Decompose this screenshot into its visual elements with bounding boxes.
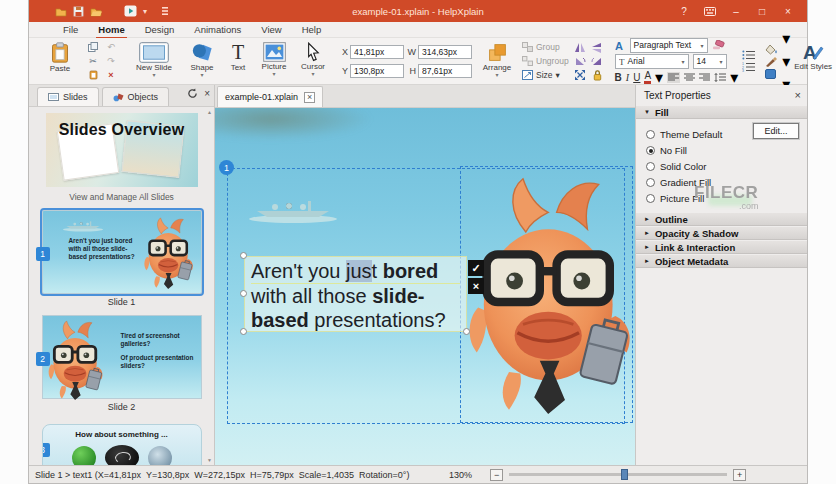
shape-color-swatch[interactable]: [765, 69, 778, 79]
delete-icon[interactable]: ×: [104, 69, 118, 81]
fill-caret-icon[interactable]: ▾: [782, 29, 790, 48]
lock-icon[interactable]: [592, 69, 603, 81]
align-right-button[interactable]: [699, 73, 710, 82]
section-outline[interactable]: ► Outline: [636, 212, 807, 226]
new-file-icon[interactable]: [55, 6, 67, 17]
play-dropdown-caret-icon[interactable]: ▾: [143, 7, 147, 16]
bold-button[interactable]: B: [615, 72, 622, 83]
save-icon[interactable]: [73, 6, 84, 17]
sidebar-scrollbar[interactable]: ▲ ▼: [205, 107, 214, 465]
clear-format-eraser-icon[interactable]: [712, 40, 725, 50]
minimize-button[interactable]: –: [723, 0, 749, 22]
sidebar-close-icon[interactable]: ×: [204, 88, 210, 99]
tab-objects[interactable]: Objects: [102, 87, 170, 106]
handle-bottom-left[interactable]: [240, 328, 247, 335]
option-gradient-fill[interactable]: Gradient Fill: [646, 174, 807, 190]
slide-canvas[interactable]: 1 Aren't you just bored with all those s…: [215, 108, 635, 465]
zoom-out-button[interactable]: −: [490, 469, 503, 481]
properties-close-icon[interactable]: ×: [795, 89, 801, 101]
document-tab-close-icon[interactable]: ×: [304, 92, 315, 103]
brush-icon[interactable]: [765, 57, 778, 67]
slide-2-thumbnail[interactable]: 2 Tired of screenshot galleries? Of prod…: [42, 315, 202, 399]
rotate-right-icon[interactable]: [591, 56, 603, 67]
fish-image[interactable]: [467, 170, 635, 420]
slide-3-thumbnail[interactable]: 3 How about something ...: [42, 424, 202, 465]
ungroup-button[interactable]: Ungroup: [522, 55, 569, 67]
keyboard-icon[interactable]: [697, 0, 723, 22]
zoom-in-button[interactable]: +: [733, 469, 746, 481]
font-family-dropdown[interactable]: TArial ▾: [615, 54, 689, 69]
align-center-button[interactable]: [684, 73, 695, 82]
edit-styles-button[interactable]: A Edit Styles: [794, 40, 832, 82]
edit-fill-button[interactable]: Edit...: [753, 123, 799, 139]
picture-button[interactable]: Picture ▾: [256, 40, 292, 82]
new-slide-button[interactable]: New Slide ▾: [128, 40, 180, 82]
menu-design[interactable]: Design: [135, 22, 185, 37]
menu-view[interactable]: View: [251, 22, 291, 37]
underline-button[interactable]: U: [633, 72, 640, 83]
handle-top-left[interactable]: [240, 252, 247, 259]
paragraph-style-dropdown[interactable]: Paragraph Text ▾: [630, 38, 708, 53]
radio-selected-icon[interactable]: [646, 146, 655, 155]
menu-help[interactable]: Help: [292, 22, 332, 37]
x-input[interactable]: [350, 45, 404, 59]
section-link-interaction[interactable]: ► Link & Interaction: [636, 240, 807, 254]
open-folder-icon[interactable]: [90, 6, 102, 17]
preview-play-icon[interactable]: [124, 5, 137, 17]
option-no-fill[interactable]: No Fill: [646, 142, 807, 158]
section-object-metadata[interactable]: ► Object Metadata: [636, 254, 807, 268]
brush-caret-icon[interactable]: ▾: [782, 52, 790, 71]
more-commands-icon[interactable]: [161, 6, 169, 16]
text-button[interactable]: T Text: [224, 40, 252, 82]
center-on-slide-icon[interactable]: [574, 69, 586, 81]
flip-vertical-icon[interactable]: [574, 42, 586, 53]
font-size-dropdown[interactable]: 14 ▾: [693, 54, 727, 69]
scroll-down-icon[interactable]: ▼: [207, 457, 212, 463]
size-dropdown[interactable]: Size ▾: [522, 69, 569, 81]
zoom-slider-thumb[interactable]: [621, 469, 628, 480]
radio-icon[interactable]: [646, 162, 655, 171]
radio-icon[interactable]: [646, 194, 655, 203]
slide-3-item[interactable]: 3 How about something ...: [40, 424, 204, 465]
paste-button[interactable]: Paste: [38, 40, 82, 82]
scroll-up-icon[interactable]: ▲: [207, 109, 212, 115]
numbered-list-icon[interactable]: 123: [742, 62, 755, 72]
flip-horizontal-icon[interactable]: [591, 42, 603, 53]
cursor-button[interactable]: Cursor ▾: [296, 40, 330, 82]
confirm-check-button[interactable]: ✓: [468, 260, 484, 276]
refresh-icon[interactable]: [187, 88, 198, 99]
menu-file[interactable]: File: [53, 22, 88, 37]
cancel-x-button[interactable]: ×: [468, 278, 484, 294]
cut-scissors-icon[interactable]: ✂: [86, 55, 100, 67]
arrange-button[interactable]: Arrange ▾: [476, 40, 518, 82]
redo-icon[interactable]: ↷: [104, 55, 118, 67]
font-color-button[interactable]: A: [644, 71, 651, 84]
close-button[interactable]: ×: [775, 0, 801, 22]
h-input[interactable]: [418, 64, 472, 78]
zoom-slider-track[interactable]: [509, 473, 727, 476]
y-input[interactable]: [350, 64, 404, 78]
undo-icon[interactable]: ↶: [104, 41, 118, 53]
italic-button[interactable]: I: [626, 72, 629, 83]
option-solid-color[interactable]: Solid Color: [646, 158, 807, 174]
align-left-button[interactable]: [667, 72, 680, 83]
copy-icon[interactable]: [86, 41, 100, 53]
shape-button[interactable]: Shape ▾: [184, 40, 220, 82]
bullet-list-icon[interactable]: [742, 50, 755, 60]
text-edit-box[interactable]: Aren't you just bored with all those sli…: [244, 256, 467, 332]
w-input[interactable]: [418, 45, 472, 59]
fill-bucket-icon[interactable]: [765, 44, 778, 55]
help-button[interactable]: ?: [671, 0, 697, 22]
slides-overview-card[interactable]: Slides Overview: [46, 113, 198, 187]
section-fill[interactable]: ▼ Fill: [636, 105, 807, 119]
slide-2-item[interactable]: 2 Tired of screenshot galleries? Of prod…: [40, 315, 204, 412]
document-tab[interactable]: example-01.xplain ×: [217, 86, 323, 107]
menu-home[interactable]: Home: [88, 22, 134, 37]
radio-icon[interactable]: [646, 178, 655, 187]
handle-left-middle[interactable]: [240, 290, 247, 297]
slide-1-thumbnail[interactable]: 1 Aren't you just bored with all those s…: [42, 210, 202, 294]
boat-image[interactable]: [245, 196, 341, 224]
section-opacity-shadow[interactable]: ► Opacity & Shadow: [636, 226, 807, 240]
maximize-button[interactable]: □: [749, 0, 775, 22]
tab-slides[interactable]: Slides: [37, 87, 99, 106]
